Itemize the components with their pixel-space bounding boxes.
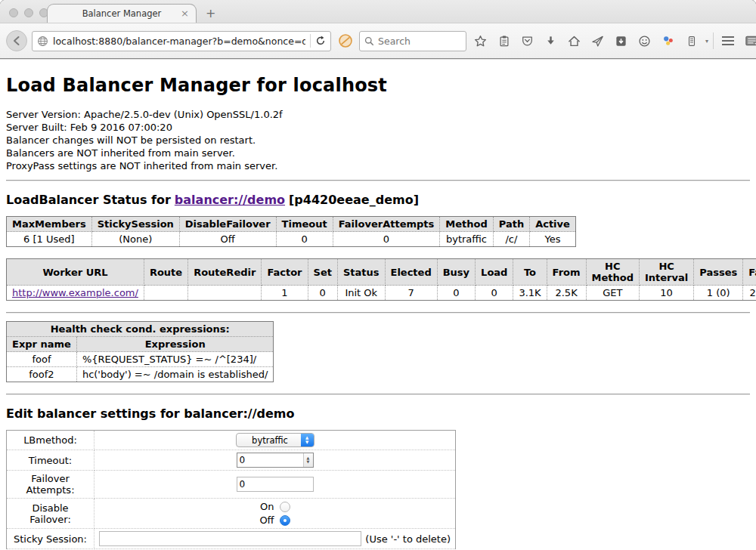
- col-worker-url: Worker URL: [7, 259, 144, 286]
- col-routeredir: RouteRedir: [188, 259, 262, 286]
- toolbar-divider: [713, 32, 714, 49]
- url-text[interactable]: localhost:8880/balancer-manager?b=demo&n…: [53, 36, 305, 47]
- col-set: Set: [308, 259, 337, 286]
- notice-persist: Balancer changes will NOT be persisted o…: [6, 134, 750, 147]
- cell-path: /c/: [493, 232, 529, 247]
- notice-proxypass: ProxyPass settings are NOT inherited fro…: [6, 159, 750, 172]
- form-row-add-worker: Add New Worker: Are you sure?: [7, 549, 456, 550]
- star-icon: [474, 35, 487, 48]
- lbmethod-select[interactable]: bytraffic ▲▼: [236, 433, 314, 447]
- table-row: 6 [1 Used] (None) Off 0 0 bytraffic /c/ …: [7, 232, 576, 247]
- col-maxmembers: MaxMembers: [7, 217, 92, 232]
- cell-elected: 7: [385, 286, 437, 301]
- home-button[interactable]: [565, 30, 584, 51]
- worker-table: Worker URL Route RouteRedir Factor Set S…: [6, 258, 756, 301]
- cell-active: Yes: [530, 232, 576, 247]
- url-bar[interactable]: localhost:8880/balancer-manager?b=demo&n…: [32, 31, 331, 51]
- lbmethod-label: LBmethod:: [7, 431, 94, 450]
- battery-icon: [686, 35, 697, 48]
- send-tab-button[interactable]: [588, 30, 607, 51]
- sticky-session-hint: (Use '-' to delete): [365, 533, 451, 545]
- divider: [6, 180, 750, 181]
- divider: [6, 312, 750, 314]
- search-icon: [364, 36, 374, 46]
- lbmethod-selected-value: bytraffic: [237, 434, 301, 446]
- form-row-failover-attempts: Failover Attempts:: [7, 471, 456, 499]
- cell-busy: 0: [437, 286, 475, 301]
- cell-maxmembers: 6 [1 Used]: [7, 232, 92, 247]
- col-active: Active: [530, 217, 576, 232]
- bookmark-star-button[interactable]: [471, 30, 490, 51]
- edit-balancer-form: LBmethod: bytraffic ▲▼ Timeout:: [6, 430, 456, 549]
- failover-on-radio[interactable]: [280, 502, 290, 512]
- page-content: Load Balancer Manager for localhost Serv…: [0, 59, 756, 549]
- cell-disablefailover: Off: [179, 232, 276, 247]
- sticky-session-input[interactable]: [99, 531, 361, 546]
- timeout-field[interactable]: ▲▼: [237, 453, 314, 468]
- col-stickysession: StickySession: [91, 217, 179, 232]
- block-button[interactable]: [336, 30, 355, 51]
- cell-expr-name: foof2: [7, 367, 77, 382]
- cell-to: 3.1K: [513, 286, 547, 301]
- colors-addon-button[interactable]: [658, 30, 677, 51]
- col-status: Status: [337, 259, 385, 286]
- tab-close-icon[interactable]: ×: [181, 8, 189, 19]
- blocked-icon: [338, 33, 353, 48]
- divider: [6, 394, 750, 395]
- col-elected: Elected: [385, 259, 437, 286]
- cell-passes: 1 (0): [694, 286, 743, 301]
- pocket-button[interactable]: [518, 30, 537, 51]
- new-tab-button[interactable]: +: [206, 8, 215, 20]
- form-row-timeout: Timeout: ▲▼: [7, 450, 456, 471]
- form-row-sticky-session: Sticky Session: (Use '-' to delete): [7, 529, 456, 549]
- cell-expression: hc('body') =~ /domain is established/: [76, 367, 274, 382]
- table-title-row: Health check cond. expressions:: [7, 322, 274, 337]
- downloads-button[interactable]: [541, 30, 560, 51]
- browser-window: Balancer Manager × + localhost:8880/bala…: [0, 0, 756, 550]
- minimize-window-icon[interactable]: [24, 8, 33, 17]
- col-failoverattempts: FailoverAttempts: [333, 217, 440, 232]
- balancer-link[interactable]: balancer://demo: [175, 193, 285, 207]
- reload-button[interactable]: [310, 34, 326, 48]
- window-controls: [9, 8, 48, 17]
- back-arrow-icon: [11, 35, 23, 47]
- server-version: Server Version: Apache/2.5.0-dev (Unix) …: [6, 108, 750, 121]
- container-addon-button[interactable]: [682, 30, 701, 51]
- browser-tab[interactable]: Balancer Manager ×: [47, 4, 197, 23]
- table-row: http://www.example.com/ 1 0 Init Ok 7 0 …: [7, 286, 756, 301]
- chevron-down-icon[interactable]: ▾: [705, 38, 708, 45]
- menu-button[interactable]: [718, 30, 737, 51]
- worker-url-link[interactable]: http://www.example.com/: [12, 287, 138, 298]
- clipboard-icon: [498, 35, 510, 48]
- form-row-lbmethod: LBmethod: bytraffic ▲▼: [7, 431, 456, 450]
- col-disablefailover: DisableFailover: [179, 217, 276, 232]
- back-button[interactable]: [6, 30, 27, 51]
- number-spinner-icon[interactable]: ▲▼: [303, 453, 313, 467]
- search-bar[interactable]: [359, 31, 466, 51]
- addon-panel-button[interactable]: [612, 30, 631, 51]
- col-passes: Passes: [694, 259, 743, 286]
- cell-load: 0: [476, 286, 513, 301]
- table-header-row: MaxMembers StickySession DisableFailover…: [7, 217, 576, 232]
- col-fails: Fails: [743, 259, 756, 286]
- radio-off-label: Off: [259, 514, 274, 526]
- close-window-icon[interactable]: [9, 8, 18, 17]
- tiles-button[interactable]: [742, 30, 756, 51]
- navigation-toolbar: localhost:8880/balancer-manager?b=demo&n…: [0, 23, 756, 59]
- cell-from: 2.5K: [547, 286, 586, 301]
- bookmarks-menu-button[interactable]: [494, 30, 513, 51]
- failover-attempts-input[interactable]: [237, 477, 314, 492]
- status-heading-prefix: LoadBalancer Status for: [6, 193, 171, 207]
- search-input[interactable]: [378, 36, 454, 47]
- col-timeout: Timeout: [276, 217, 333, 232]
- feedback-button[interactable]: [635, 30, 654, 51]
- failover-off-radio[interactable]: [280, 515, 290, 526]
- form-row-disable-failover: Disable Failover: On Off: [7, 499, 456, 529]
- health-table-title: Health check cond. expressions:: [7, 322, 274, 337]
- cell-failoverattempts: 0: [333, 232, 440, 247]
- disable-failover-label: Disable Failover:: [7, 499, 94, 529]
- radio-on-label: On: [259, 501, 274, 512]
- select-stepper-icon: ▲▼: [301, 434, 314, 446]
- cell-status: Init Ok: [337, 286, 385, 301]
- timeout-input[interactable]: [237, 453, 303, 467]
